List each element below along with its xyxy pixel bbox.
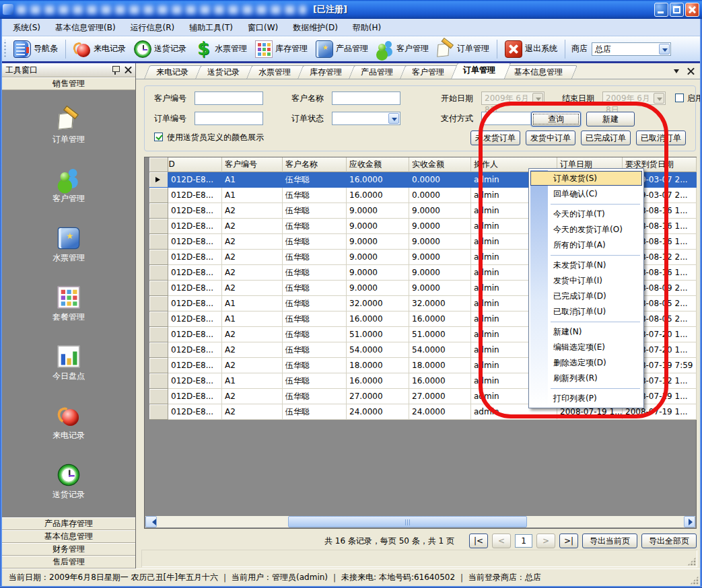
row-selector[interactable] [149,311,168,327]
row-selector[interactable] [149,404,168,420]
toolbar-button-exit[interactable]: 退出系统 [501,38,561,60]
pin-icon[interactable] [112,66,119,75]
context-menu-item-9[interactable]: 已完成订单(D) [529,289,643,304]
tab-6[interactable]: 订单管理 [451,63,505,79]
toolbar-grip[interactable] [3,40,7,59]
sidebar-section-1[interactable]: 基本信息管理 [2,530,135,543]
page-number-input[interactable]: 1 [515,534,532,548]
tab-4[interactable]: 产品管理 [349,65,402,79]
toolbar-button-navigator[interactable]: 导航条 [9,38,62,60]
row-selector[interactable] [149,265,168,281]
toolbar-button-calendar[interactable]: 库存管理 [251,38,312,60]
sidebar-section-sales[interactable]: 销售管理 [2,77,135,90]
filter-status-button-1[interactable]: 发货中订单 [526,131,575,145]
menubar-item-6[interactable]: 帮助(H) [345,20,388,36]
query-button[interactable]: 查询 [531,112,581,126]
context-menu-item-13[interactable]: 编辑选定项(E) [529,340,643,355]
maximize-button[interactable] [670,3,684,17]
horizontal-scrollbar[interactable] [145,516,695,527]
export-all-pages-button[interactable]: 导出全部页 [641,534,697,548]
toolbar-button-order[interactable]: 订单管理 [433,38,493,60]
resize-grip[interactable] [690,576,699,585]
row-selector[interactable] [149,373,168,389]
chevron-down-icon[interactable] [654,93,664,104]
row-selector[interactable] [149,219,168,234]
next-page-button[interactable]: > [536,534,555,548]
chevron-down-icon[interactable] [532,93,543,104]
sidebar-item-clock[interactable]: 送货记录 [2,453,135,513]
row-selector[interactable] [149,389,168,404]
order-status-select[interactable] [332,112,400,125]
close-button[interactable] [685,3,699,17]
tab-3[interactable]: 库存管理 [297,65,351,79]
last-page-button[interactable]: >| [559,534,578,548]
filter-status-button-3[interactable]: 已取消订单 [636,131,686,145]
tool-window-close-icon[interactable] [125,67,132,74]
context-menu-item-3[interactable]: 今天的订单(T) [529,207,643,222]
row-selector[interactable] [149,172,168,188]
sidebar-section-3[interactable]: 售后管理 [2,556,135,568]
context-menu-item-12[interactable]: 新建(N) [529,324,643,340]
context-menu-item-15[interactable]: 刷新列表(R) [529,371,643,386]
prev-page-button[interactable]: < [492,534,511,548]
context-menu-item-1[interactable]: 回单确认(C) [529,186,643,202]
start-date-picker[interactable]: 2009年 6月 8日 [481,91,545,105]
first-page-button[interactable]: |< [469,534,488,548]
end-date-picker[interactable]: 2009年 6月 8日 [602,91,666,105]
menubar-item-1[interactable]: 基本信息管理(B) [48,20,123,36]
row-selector[interactable] [149,188,168,203]
sidebar-item-customers[interactable]: 客户管理 [2,157,135,217]
customer-name-input[interactable] [332,91,400,105]
context-menu-item-7[interactable]: 未发货订单(N) [529,258,643,273]
row-selector[interactable] [149,327,168,342]
menubar-item-3[interactable]: 辅助工具(T) [182,20,240,36]
tab-1[interactable]: 送货记录 [195,65,249,79]
row-selector[interactable] [149,358,168,373]
shop-select[interactable]: 总店 [592,42,671,56]
sidebar-item-product[interactable]: 水票管理 [2,217,135,276]
tab-5[interactable]: 客户管理 [400,65,454,79]
sidebar-item-order[interactable]: 订单管理 [2,98,135,157]
column-header-customer_name[interactable]: 客户名称 [283,157,347,172]
minimize-button[interactable] [654,3,668,17]
toolbar-button-bell[interactable]: 来电记录 [69,38,130,60]
scrollbar-thumb[interactable] [288,516,527,527]
tab-7[interactable]: 基本信息管理 [502,65,572,79]
menubar-item-4[interactable]: 窗口(W) [240,20,285,36]
context-menu-item-4[interactable]: 今天的发货订单(O) [529,222,643,237]
context-menu-item-5[interactable]: 所有的订单(A) [529,237,643,253]
menubar-item-0[interactable]: 系统(S) [5,20,48,36]
tab-2[interactable]: 水票管理 [246,65,300,79]
tab-0[interactable]: 来电记录 [144,65,198,79]
tab-close-icon[interactable] [687,68,695,75]
new-button[interactable]: 新建 [586,112,635,126]
toolbar-button-dollar[interactable]: 水票管理 [190,38,251,60]
row-selector[interactable] [149,250,168,265]
scroll-right-icon[interactable] [684,516,695,527]
resize-grip[interactable] [687,557,696,566]
export-current-page-button[interactable]: 导出当前页 [582,534,637,548]
column-header-id[interactable]: ID [168,157,222,172]
customer-no-input[interactable] [195,91,263,105]
toolbar-button-clock[interactable]: 送货记录 [130,38,190,60]
sidebar-item-calendar[interactable]: 套餐管理 [2,276,135,335]
enable-checkbox[interactable] [675,94,684,102]
sidebar-item-bell[interactable]: 来电记录 [2,394,135,453]
chevron-down-icon[interactable] [674,69,679,76]
toolbar-button-customers[interactable]: 客户管理 [372,38,433,60]
chevron-down-icon[interactable] [659,44,670,54]
column-header-customer_no[interactable]: 客户编号 [222,157,283,172]
sidebar-section-0[interactable]: 产品库存管理 [2,517,135,530]
row-selector[interactable] [149,203,168,219]
sidebar-section-2[interactable]: 财务管理 [2,543,135,556]
context-menu-item-17[interactable]: 打印列表(P) [529,391,643,406]
context-menu-item-14[interactable]: 删除选定项(D) [529,355,643,371]
chevron-down-icon[interactable] [388,113,399,124]
menubar-item-2[interactable]: 运行信息(R) [123,20,182,36]
filter-status-button-2[interactable]: 已完成订单 [581,131,631,145]
color-display-checkbox[interactable] [154,133,163,141]
menubar-item-5[interactable]: 数据维护(D) [285,20,345,36]
row-selector[interactable] [149,234,168,250]
context-menu-item-10[interactable]: 已取消订单(U) [529,304,643,320]
row-selector[interactable] [149,281,168,296]
